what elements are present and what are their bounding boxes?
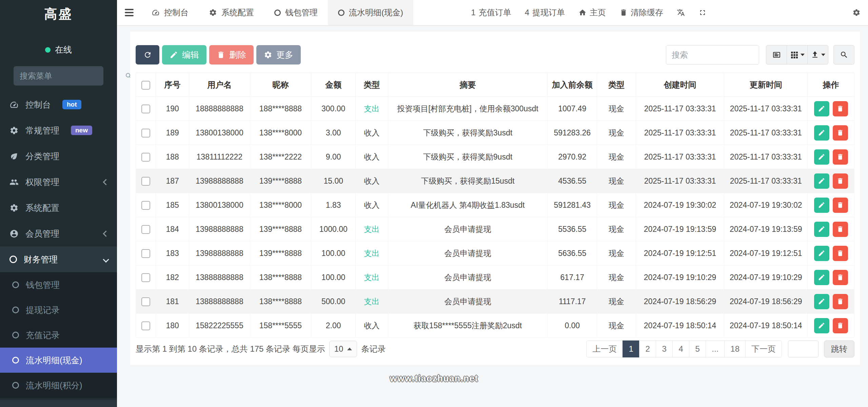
- row-delete-button[interactable]: [833, 222, 848, 237]
- home-link[interactable]: 主页: [578, 7, 606, 18]
- menu-search-input[interactable]: [20, 71, 125, 81]
- sidebar-subitem-label: 充值记录: [26, 330, 60, 341]
- row-delete-button[interactable]: [833, 318, 848, 333]
- tab-cash-flow-details[interactable]: 流水明细(现金): [328, 0, 413, 25]
- page-button-...[interactable]: ...: [706, 340, 725, 357]
- ring-icon: [274, 10, 281, 16]
- column-header-summary[interactable]: 摘要: [388, 73, 547, 97]
- cell-summary: 会员申请提现: [388, 290, 547, 314]
- row-checkbox[interactable]: [141, 321, 150, 330]
- cell-wallet-type: 现金: [597, 169, 636, 193]
- page-button-18[interactable]: 18: [724, 340, 746, 357]
- cell-username: 13811112222: [189, 145, 250, 169]
- row-delete-button[interactable]: [833, 270, 848, 285]
- column-header-wallet-type[interactable]: 类型: [597, 73, 636, 97]
- row-delete-button[interactable]: [833, 149, 848, 165]
- row-edit-button[interactable]: [814, 149, 829, 165]
- column-header-amount[interactable]: 金额: [311, 73, 356, 97]
- grid-icon: [790, 51, 798, 59]
- column-header-actions[interactable]: 操作: [808, 73, 854, 97]
- page-button-2[interactable]: 2: [639, 340, 656, 357]
- row-checkbox[interactable]: [141, 201, 150, 210]
- column-header-created-at[interactable]: 创建时间: [636, 73, 724, 97]
- sidebar-item-system-config[interactable]: 系统配置: [0, 195, 117, 221]
- row-delete-button[interactable]: [833, 198, 848, 213]
- sidebar-item-general-management[interactable]: 常规管理new: [0, 117, 117, 143]
- row-delete-button[interactable]: [833, 125, 848, 141]
- more-button[interactable]: 更多: [256, 45, 301, 64]
- fullscreen-button[interactable]: [698, 8, 707, 17]
- column-header-updated-at[interactable]: 更新时间: [724, 73, 808, 97]
- prev-page-button[interactable]: 上一页: [586, 340, 623, 357]
- row-edit-button[interactable]: [814, 318, 829, 333]
- withdraw-orders-link[interactable]: 4 提现订单: [525, 7, 565, 18]
- row-edit-button[interactable]: [814, 125, 829, 141]
- column-header-balance-before[interactable]: 加入前余额: [548, 73, 597, 97]
- row-checkbox[interactable]: [141, 225, 150, 234]
- export-dropdown-button[interactable]: [807, 45, 828, 64]
- row-delete-button[interactable]: [833, 173, 848, 189]
- sidebar-subitem-cash-flow-details[interactable]: 流水明细(现金): [0, 348, 117, 373]
- delete-button[interactable]: 删除: [209, 45, 254, 64]
- toggle-view-button[interactable]: [766, 45, 787, 64]
- row-delete-button[interactable]: [833, 294, 848, 309]
- sidebar-item-permission-management[interactable]: 权限管理: [0, 169, 117, 195]
- sidebar-toggle-button[interactable]: [117, 0, 141, 25]
- sidebar-item-console[interactable]: 控制台hot: [0, 92, 117, 117]
- tab-console[interactable]: 控制台: [141, 0, 199, 25]
- column-header-type[interactable]: 类型: [356, 73, 388, 97]
- sidebar-subitem-recharge-records[interactable]: 充值记录: [0, 322, 117, 348]
- sidebar-subitem-withdraw-records[interactable]: 提现记录: [0, 297, 117, 322]
- row-edit-button[interactable]: [814, 270, 829, 285]
- cell-actions: [808, 241, 854, 265]
- sidebar-subitem-wallet-management[interactable]: 钱包管理: [0, 272, 117, 297]
- cell-nickname: 139****8888: [250, 169, 311, 193]
- refresh-button[interactable]: [136, 45, 159, 64]
- row-delete-button[interactable]: [833, 246, 848, 261]
- tab-wallet-management[interactable]: 钱包管理: [264, 0, 328, 25]
- column-header-username[interactable]: 用户名: [189, 73, 250, 97]
- page-button-1[interactable]: 1: [623, 340, 639, 357]
- page-jump-button[interactable]: 跳转: [824, 340, 854, 357]
- cell-balance-before: 591283.26: [548, 121, 597, 145]
- page-size-select[interactable]: 10: [329, 341, 357, 357]
- search-toggle-button[interactable]: [833, 45, 854, 64]
- cell-summary: 会员申请提现: [388, 265, 547, 290]
- settings-button[interactable]: [852, 8, 861, 17]
- row-edit-button[interactable]: [814, 222, 829, 237]
- page-button-4[interactable]: 4: [672, 340, 689, 357]
- next-page-button[interactable]: 下一页: [745, 340, 782, 357]
- row-checkbox[interactable]: [141, 297, 150, 306]
- table-search-input[interactable]: [666, 45, 759, 64]
- sidebar-item-finance-management[interactable]: 财务管理: [0, 246, 117, 272]
- row-edit-button[interactable]: [814, 101, 829, 116]
- row-checkbox[interactable]: [141, 177, 150, 186]
- sidebar-subitem-label: 流水明细(现金): [26, 355, 82, 366]
- page-button-3[interactable]: 3: [656, 340, 673, 357]
- tab-system-config[interactable]: 系统配置: [199, 0, 264, 25]
- row-checkbox[interactable]: [141, 153, 150, 162]
- recharge-orders-link[interactable]: 1 充值订单: [471, 7, 511, 18]
- select-all-checkbox[interactable]: [141, 81, 150, 90]
- sidebar-item-member-management[interactable]: 会员管理: [0, 221, 117, 246]
- row-edit-button[interactable]: [814, 198, 829, 213]
- columns-dropdown-button[interactable]: [787, 45, 808, 64]
- sidebar-subitem-points-flow-details[interactable]: 流水明细(积分): [0, 373, 117, 398]
- clear-cache-link[interactable]: 清除缓存: [619, 7, 663, 18]
- page-jump-input[interactable]: [788, 340, 818, 357]
- row-checkbox[interactable]: [141, 273, 150, 282]
- row-edit-button[interactable]: [814, 246, 829, 261]
- page-button-5[interactable]: 5: [689, 340, 706, 357]
- row-checkbox[interactable]: [141, 249, 150, 258]
- edit-button[interactable]: 编辑: [162, 45, 206, 64]
- sidebar-item-category-management[interactable]: 分类管理: [0, 143, 117, 169]
- language-switch-button[interactable]: [677, 8, 685, 17]
- row-checkbox[interactable]: [141, 105, 150, 113]
- row-edit-button[interactable]: [814, 294, 829, 309]
- row-checkbox[interactable]: [141, 129, 150, 137]
- column-header-nickname[interactable]: 昵称: [250, 73, 311, 97]
- row-delete-button[interactable]: [833, 101, 848, 116]
- row-edit-button[interactable]: [814, 173, 829, 189]
- cell-username: 13800138000: [189, 121, 250, 145]
- column-header-no[interactable]: 序号: [156, 73, 189, 97]
